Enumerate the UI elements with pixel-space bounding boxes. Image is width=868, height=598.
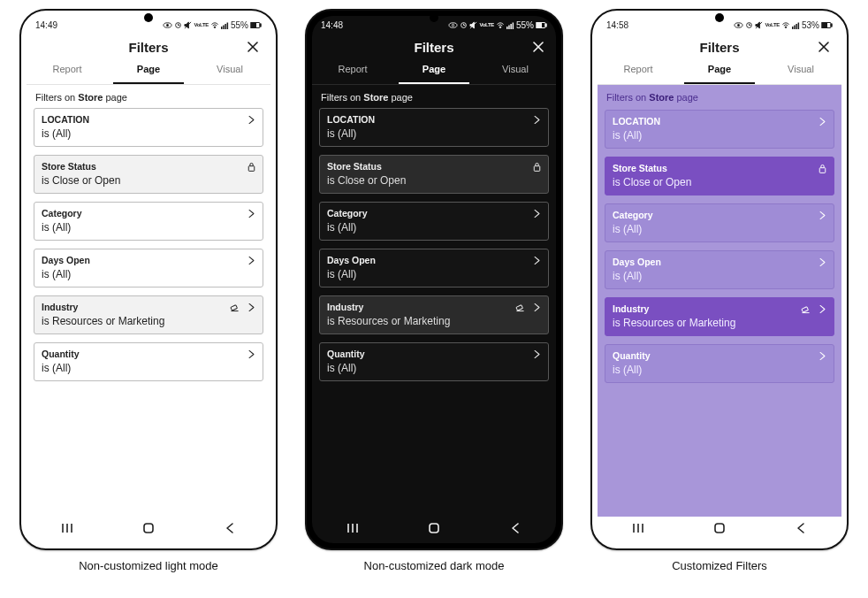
signal-icon — [221, 21, 229, 29]
close-button[interactable] — [242, 36, 263, 58]
close-button[interactable] — [528, 36, 549, 58]
filter-card-icons — [531, 113, 543, 129]
nav-home-button[interactable] — [427, 521, 441, 539]
filter-name: LOCATION — [327, 114, 541, 125]
filter-value: is (All) — [327, 362, 541, 374]
filter-value: is Resources or Marketing — [327, 315, 541, 327]
filter-card-icons — [817, 349, 828, 365]
tab-visual[interactable]: Visual — [189, 60, 270, 85]
filter-name: Quantity — [42, 349, 255, 359]
tabs: Report Page Visual — [312, 60, 556, 85]
tab-report[interactable]: Report — [598, 60, 679, 85]
wifi-icon — [781, 21, 790, 29]
tabs: Report Page Visual — [27, 60, 270, 85]
tab-page[interactable]: Page — [679, 60, 760, 85]
filter-card[interactable]: Store Status is Close or Open — [34, 155, 263, 194]
android-nav-bar — [312, 517, 556, 543]
battery-icon — [821, 21, 833, 29]
eye-icon — [734, 21, 743, 29]
tab-visual[interactable]: Visual — [760, 60, 841, 85]
status-volte: VoLTE — [765, 22, 780, 27]
section-title-page-name: Store — [78, 92, 103, 103]
nav-home-button[interactable] — [141, 521, 156, 539]
tab-report[interactable]: Report — [27, 60, 108, 85]
filter-card-icons — [817, 209, 828, 225]
battery-icon — [536, 21, 547, 29]
mute-icon — [184, 21, 192, 29]
filter-list[interactable]: LOCATION is (All) Store Status is Close … — [27, 108, 270, 517]
chevron-right-icon — [246, 113, 257, 129]
filter-name: Store Status — [42, 161, 255, 172]
filter-card[interactable]: Days Open is (All) — [319, 249, 549, 288]
filter-card[interactable]: Days Open is (All) — [605, 250, 834, 289]
nav-home-button[interactable] — [712, 521, 727, 539]
status-right: VoLTE 55% — [448, 20, 547, 30]
filter-card[interactable]: LOCATION is (All) — [319, 108, 549, 147]
nav-back-button[interactable] — [508, 521, 522, 539]
filter-value: is (All) — [327, 127, 541, 140]
filter-card-icons — [246, 113, 257, 129]
chevron-right-icon — [531, 301, 543, 317]
filter-card[interactable]: Days Open is (All) — [34, 249, 263, 288]
status-right: VoLTE 55% — [163, 20, 262, 30]
nav-back-icon — [508, 521, 522, 535]
filter-card[interactable]: Category is (All) — [319, 202, 549, 241]
filter-card[interactable]: Industry is Resources or Marketing — [319, 295, 549, 334]
filter-card[interactable]: LOCATION is (All) — [34, 108, 263, 147]
filter-card[interactable]: Category is (All) — [34, 202, 263, 241]
filter-card[interactable]: Quantity is (All) — [34, 342, 263, 381]
camera-hole — [144, 13, 153, 22]
eye-icon — [163, 21, 172, 29]
filter-card-icons — [246, 254, 257, 270]
nav-back-button[interactable] — [794, 521, 808, 539]
chevron-right-icon — [817, 209, 828, 225]
filter-value: is (All) — [42, 268, 255, 280]
close-button[interactable] — [813, 36, 834, 58]
alarm-icon — [460, 21, 468, 29]
filter-card-icons — [800, 303, 828, 318]
phone-frame: 14:58 VoLTE 53% Filters — [590, 9, 849, 550]
filter-card-icons — [246, 207, 257, 223]
nav-recent-button[interactable] — [631, 521, 645, 539]
filter-value: is Resources or Marketing — [42, 315, 255, 327]
signal-icon — [506, 21, 514, 29]
filter-card[interactable]: Quantity is (All) — [605, 344, 834, 383]
filter-value: is (All) — [613, 223, 826, 235]
nav-recent-icon — [60, 521, 74, 535]
filter-name: LOCATION — [613, 116, 826, 126]
status-volte: VoLTE — [194, 22, 209, 27]
filter-card[interactable]: Industry is Resources or Marketing — [34, 295, 263, 334]
lock-icon — [531, 160, 543, 176]
section-title-prefix: Filters on — [35, 92, 78, 103]
filter-card[interactable]: LOCATION is (All) — [605, 110, 834, 149]
nav-back-button[interactable] — [223, 521, 237, 539]
filter-card[interactable]: Industry is Resources or Marketing — [605, 297, 834, 336]
phone-screen: 14:49 VoLTE 55% Filters — [27, 16, 270, 543]
tab-visual[interactable]: Visual — [475, 60, 556, 85]
tab-report[interactable]: Report — [312, 60, 393, 85]
page-header: Filters — [312, 34, 556, 60]
filter-list[interactable]: LOCATION is (All) Store Status is Close … — [312, 108, 556, 517]
tab-page[interactable]: Page — [393, 60, 475, 85]
filter-name: Industry — [613, 303, 826, 314]
status-battery-pct: 55% — [231, 20, 248, 30]
status-volte: VoLTE — [479, 22, 494, 27]
filter-card-icons — [514, 301, 543, 317]
filter-card-icons — [531, 348, 543, 364]
section-title-page-name: Store — [649, 92, 674, 103]
filter-card[interactable]: Category is (All) — [605, 203, 834, 242]
chevron-right-icon — [531, 254, 543, 270]
filter-card[interactable]: Quantity is (All) — [319, 342, 549, 381]
filter-value: is (All) — [42, 127, 255, 140]
filter-card[interactable]: Store Status is Close or Open — [319, 155, 549, 194]
nav-recent-button[interactable] — [60, 521, 74, 539]
eraser-icon — [229, 301, 240, 317]
filter-list[interactable]: LOCATION is (All) Store Status is Close … — [598, 108, 841, 517]
filter-card-icons — [246, 348, 257, 364]
tab-page[interactable]: Page — [108, 60, 189, 85]
filter-card[interactable]: Store Status is Close or Open — [605, 157, 834, 196]
filter-value: is Resources or Marketing — [613, 317, 826, 329]
filter-card-icons — [531, 207, 543, 223]
signal-icon — [792, 21, 800, 29]
nav-recent-button[interactable] — [346, 521, 360, 539]
